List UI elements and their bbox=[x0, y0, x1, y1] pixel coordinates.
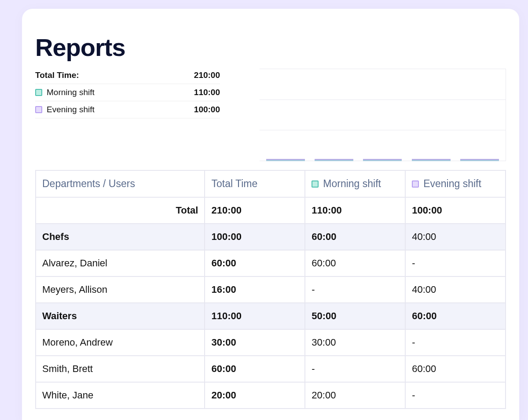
cell-name: Chefs bbox=[36, 224, 205, 250]
chart-bar bbox=[363, 159, 402, 161]
chart-bar bbox=[460, 159, 499, 161]
cell-name: White, Jane bbox=[36, 382, 205, 409]
cell-name: Smith, Brett bbox=[36, 356, 205, 382]
table-user-row[interactable]: Meyers, Allison16:00-40:00 bbox=[36, 276, 506, 303]
cell-evening: 60:00 bbox=[405, 303, 506, 329]
evening-swatch-icon bbox=[412, 181, 419, 188]
col-header-evening[interactable]: Evening shift bbox=[405, 170, 506, 197]
cell-morning: 60:00 bbox=[305, 250, 405, 276]
col-header-total[interactable]: Total Time bbox=[205, 170, 305, 197]
chart-bars bbox=[260, 69, 506, 161]
chart-bar bbox=[266, 159, 305, 161]
shift-value: 110:00 bbox=[194, 88, 220, 97]
cell-evening: 60:00 bbox=[405, 356, 506, 382]
cell-total: 16:00 bbox=[205, 276, 305, 303]
cell-name: Waiters bbox=[36, 303, 205, 329]
cell-morning: 30:00 bbox=[305, 329, 405, 356]
table-user-row[interactable]: Smith, Brett60:00-60:00 bbox=[36, 356, 506, 382]
shift-name: Evening shift bbox=[47, 105, 95, 114]
cell-name: Alvarez, Daniel bbox=[36, 250, 205, 276]
cell-morning: 60:00 bbox=[305, 224, 405, 250]
col-header-morning[interactable]: Morning shift bbox=[305, 170, 405, 197]
chart-bar bbox=[315, 159, 353, 161]
col-header-name[interactable]: Departments / Users bbox=[36, 170, 205, 197]
page-title: Reports bbox=[35, 33, 506, 62]
summary-total-row: Total Time: 210:00 bbox=[35, 69, 220, 84]
table-group-row[interactable]: Chefs100:0060:0040:00 bbox=[36, 224, 506, 250]
morning-swatch-icon bbox=[35, 89, 42, 96]
chart-bar bbox=[412, 159, 451, 161]
summary-total-label: Total Time: bbox=[35, 70, 79, 80]
cell-name: Moreno, Andrew bbox=[36, 329, 205, 356]
cell-morning: 20:00 bbox=[305, 382, 405, 409]
cell-evening: - bbox=[405, 329, 506, 356]
table-group-row[interactable]: Waiters110:0050:0060:00 bbox=[36, 303, 506, 329]
cell-total: 110:00 bbox=[205, 303, 305, 329]
summary-panel: Total Time: 210:00 Morning shift110:00Ev… bbox=[35, 69, 220, 118]
evening-swatch-icon bbox=[35, 106, 42, 113]
table-user-row[interactable]: Moreno, Andrew30:0030:00- bbox=[36, 329, 506, 356]
bar-morning-segment bbox=[363, 160, 402, 161]
total-morning-cell: 110:00 bbox=[305, 197, 405, 224]
cell-total: 100:00 bbox=[205, 224, 305, 250]
total-total-cell: 210:00 bbox=[205, 197, 305, 224]
total-label-cell: Total bbox=[36, 197, 205, 224]
table-user-row[interactable]: White, Jane20:0020:00- bbox=[36, 382, 506, 409]
cell-name: Meyers, Allison bbox=[36, 276, 205, 303]
summary-shift-row: Evening shift100:00 bbox=[35, 101, 220, 118]
bar-morning-segment bbox=[412, 160, 451, 161]
shift-chart bbox=[260, 69, 506, 161]
bar-morning-segment bbox=[315, 160, 353, 161]
cell-total: 20:00 bbox=[205, 382, 305, 409]
table-user-row[interactable]: Alvarez, Daniel60:0060:00- bbox=[36, 250, 506, 276]
morning-swatch-icon bbox=[312, 181, 319, 188]
cell-total: 30:00 bbox=[205, 329, 305, 356]
cell-evening: - bbox=[405, 382, 506, 409]
summary-total-value: 210:00 bbox=[194, 70, 220, 80]
top-row: Total Time: 210:00 Morning shift110:00Ev… bbox=[35, 69, 506, 161]
table-total-row: Total 210:00 110:00 100:00 bbox=[36, 197, 506, 224]
cell-evening: 40:00 bbox=[405, 224, 506, 250]
summary-shift-row: Morning shift110:00 bbox=[35, 84, 220, 101]
cell-morning: - bbox=[305, 356, 405, 382]
shift-name: Morning shift bbox=[47, 88, 95, 97]
shift-value: 100:00 bbox=[194, 105, 220, 114]
report-table: Departments / Users Total Time Morning s… bbox=[35, 170, 506, 409]
report-card: Reports Total Time: 210:00 Morning shift… bbox=[22, 9, 519, 420]
bar-morning-segment bbox=[460, 160, 499, 161]
bar-morning-segment bbox=[266, 160, 305, 161]
table-header-row: Departments / Users Total Time Morning s… bbox=[36, 170, 506, 197]
cell-morning: - bbox=[305, 276, 405, 303]
cell-total: 60:00 bbox=[205, 356, 305, 382]
cell-evening: 40:00 bbox=[405, 276, 506, 303]
cell-morning: 50:00 bbox=[305, 303, 405, 329]
cell-evening: - bbox=[405, 250, 506, 276]
cell-total: 60:00 bbox=[205, 250, 305, 276]
total-evening-cell: 100:00 bbox=[405, 197, 506, 224]
